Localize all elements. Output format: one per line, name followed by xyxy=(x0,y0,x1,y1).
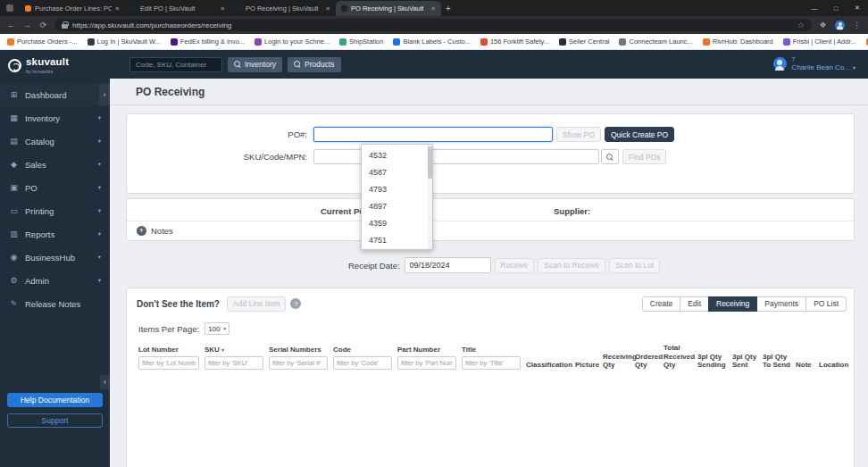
sidebar-item-dashboard[interactable]: ⊞ Dashboard › xyxy=(0,83,110,106)
tab-close-icon[interactable]: ✕ xyxy=(115,5,120,13)
po-number-input[interactable] xyxy=(313,127,553,142)
bookmark-item[interactable]: Log In | SkuVault W... xyxy=(88,38,161,46)
browser-menu-icon[interactable]: ⋮ xyxy=(852,21,862,29)
scan-to-lot-button[interactable]: Scan to Lot xyxy=(609,258,660,273)
browser-tab-3[interactable]: PO Receiving | SkuVault ✕ xyxy=(230,1,336,16)
bookmark-item[interactable]: ShipStation xyxy=(339,38,383,46)
show-po-button[interactable]: Show PO xyxy=(556,127,601,142)
tab-payments[interactable]: Payments xyxy=(756,296,806,312)
forward-icon[interactable]: → xyxy=(22,21,32,29)
refresh-icon[interactable]: ⟳ xyxy=(38,21,48,29)
bookmark-label: Blank Labels - Custo... xyxy=(403,38,470,46)
sidebar-item-release-notes[interactable]: ✎ Release Notes xyxy=(0,292,110,315)
back-icon[interactable]: ← xyxy=(6,21,16,29)
po-icon: ▣ xyxy=(9,183,19,192)
sidebar-item-inventory[interactable]: ▦ Inventory ▾ xyxy=(0,106,110,129)
tab-edit[interactable]: Edit xyxy=(680,296,709,312)
browser-profile-avatar[interactable] xyxy=(835,21,845,30)
new-tab-button[interactable]: + xyxy=(441,1,455,16)
tab-receiving[interactable]: Receiving xyxy=(708,296,757,312)
browser-tab-1[interactable]: Purchase Order Lines: PO-495... ✕ xyxy=(20,1,125,16)
po-suggestion[interactable]: 4587 xyxy=(362,163,432,180)
sidebar-item-admin[interactable]: ⚙ Admin ▾ xyxy=(0,269,110,292)
brand-name: skuvault xyxy=(26,57,69,68)
sidebar-collapse-handle[interactable]: ‹ xyxy=(100,375,110,389)
expand-plus-icon[interactable]: + xyxy=(137,226,146,236)
filter-input-part-number[interactable] xyxy=(397,356,456,370)
maximize-button[interactable]: □ xyxy=(825,0,847,16)
bookmark-item[interactable]: Seller Central xyxy=(559,38,609,46)
add-line-item-button[interactable]: Add Line Item xyxy=(227,296,286,312)
sidebar-item-printing[interactable]: ▭ Printing ▾ xyxy=(0,199,110,222)
items-per-page-select[interactable]: 100 ▾ xyxy=(204,322,230,335)
po-suggestion[interactable]: 4359 xyxy=(362,214,432,231)
close-window-button[interactable]: ✕ xyxy=(847,0,868,16)
filter-input-title[interactable] xyxy=(462,356,521,370)
bookmark-item[interactable]: Frisbi | Client | Addr... xyxy=(783,38,856,46)
bookmark-item[interactable]: Connecteam Launc... xyxy=(619,38,692,46)
help-documentation-button[interactable]: Help Documentation xyxy=(7,393,103,407)
products-search-button[interactable]: Products xyxy=(288,57,341,72)
global-search-input[interactable] xyxy=(129,57,222,72)
bookmark-item[interactable]: RivrHub: Dashboard xyxy=(703,38,773,46)
divider xyxy=(127,221,854,221)
help-icon[interactable]: ? xyxy=(290,298,301,309)
filter-input-serial[interactable] xyxy=(269,356,328,370)
po-suggestion[interactable]: 4897 xyxy=(362,197,432,214)
chevron-down-icon: ▾ xyxy=(98,277,101,284)
avatar xyxy=(773,57,787,71)
browser-tab-4-active[interactable]: PO Receiving | SkuVault ✕ xyxy=(336,1,441,16)
extensions-icon[interactable]: ❖ xyxy=(818,21,828,29)
sku-code-mpn-input[interactable] xyxy=(313,149,599,164)
address-bar[interactable]: https://app.skuvault.com/purchaseorders/… xyxy=(54,19,812,31)
tab-close-icon[interactable]: ✕ xyxy=(326,5,330,13)
support-button[interactable]: Support xyxy=(7,413,103,428)
receive-button[interactable]: Receive xyxy=(495,258,535,273)
sku-search-button[interactable] xyxy=(601,149,619,164)
receipt-date-input[interactable] xyxy=(405,257,491,273)
url-text[interactable]: https://app.skuvault.com/purchaseorders/… xyxy=(72,21,793,29)
sidebar-item-label: Reports xyxy=(25,229,54,239)
po-suggestion[interactable]: 4751 xyxy=(362,231,432,248)
notes-toggle[interactable]: + Notes xyxy=(137,226,173,236)
column-header-total-received-qty: Total Received Qty xyxy=(664,344,692,370)
find-pos-button[interactable]: Find POs xyxy=(622,149,666,164)
chevron-right-icon[interactable]: › xyxy=(99,84,110,105)
sidebar-item-label: Printing xyxy=(25,206,54,216)
items-table-header: Lot Number SKU▾ Serial Numbers Code Part… xyxy=(138,344,848,370)
filter-input-lot-number[interactable] xyxy=(138,356,199,370)
inventory-search-button[interactable]: Inventory xyxy=(228,57,282,72)
tab-po-list[interactable]: PO List xyxy=(805,296,847,312)
sidebar-item-catalog[interactable]: ▤ Catalog ▾ xyxy=(0,129,110,153)
po-suggestion[interactable]: 4532 xyxy=(362,146,432,163)
filter-input-code[interactable] xyxy=(333,356,392,370)
po-suggestion[interactable]: 4793 xyxy=(362,180,432,197)
dropdown-scrollbar[interactable] xyxy=(428,145,432,249)
bookmark-item[interactable]: Login to your Schne... xyxy=(255,38,330,46)
tab-close-icon[interactable]: ✕ xyxy=(431,5,436,13)
bookmark-favicon xyxy=(339,38,346,46)
column-header-sku[interactable]: SKU xyxy=(204,346,220,354)
bookmark-label: FedEx billing & invo... xyxy=(180,38,245,46)
account-menu[interactable]: 7 Charlie Bean Co... ▾ xyxy=(773,56,855,72)
browser-tab-2[interactable]: Edit PO | SkuVault ✕ xyxy=(125,1,230,16)
quick-create-po-button[interactable]: Quick Create PO xyxy=(605,127,674,142)
bookmark-item[interactable]: FedEx billing & invo... xyxy=(171,38,245,46)
browser-tab-strip: Purchase Order Lines: PO-495... ✕ Edit P… xyxy=(0,0,868,16)
bookmark-label: ShipStation xyxy=(349,38,383,46)
sidebar-item-reports[interactable]: ▥ Reports ▾ xyxy=(0,222,110,246)
minimize-button[interactable]: — xyxy=(804,0,825,16)
scan-to-receive-button[interactable]: Scan to Receive xyxy=(538,258,605,273)
filter-input-sku[interactable] xyxy=(204,356,263,370)
sort-caret-icon[interactable]: ▾ xyxy=(221,346,224,353)
bookmark-item[interactable]: Blank Labels - Custo... xyxy=(393,38,470,46)
tab-create[interactable]: Create xyxy=(642,296,681,312)
po-lookup-card: PO#: Show PO Quick Create PO SKU/Code/MP… xyxy=(126,113,855,194)
bookmark-item[interactable]: 156 Forklift Safety... xyxy=(480,38,549,46)
sidebar-item-sales[interactable]: ◆ Sales ▾ xyxy=(0,153,110,176)
bookmark-item[interactable]: Purchase Orders -... xyxy=(7,38,78,46)
sidebar-item-businesshub[interactable]: ◉ BusinessHub ▾ xyxy=(0,246,110,269)
sidebar-item-po[interactable]: ▣ PO ▾ xyxy=(0,176,110,199)
tab-close-icon[interactable]: ✕ xyxy=(221,5,225,13)
bookmark-star-icon[interactable]: ☆ xyxy=(797,21,805,29)
